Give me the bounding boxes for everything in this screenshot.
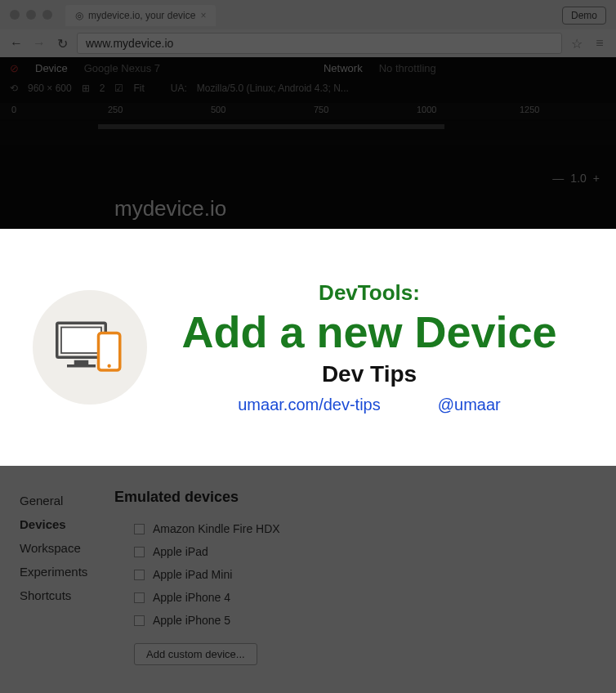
reload-button[interactable]: ↻: [54, 35, 70, 51]
svg-rect-2: [74, 360, 89, 364]
network-label: Network: [324, 62, 363, 74]
ua-input[interactable]: Mozilla/5.0 (Linux; Android 4.3; N...: [197, 83, 349, 94]
dimensions-input[interactable]: 960 × 600: [28, 83, 72, 94]
forward-button[interactable]: →: [31, 35, 47, 51]
devtools-settings-panel: General Devices Workspace Experiments Sh…: [0, 466, 616, 693]
device-name: Apple iPhone 5: [153, 614, 230, 627]
ruler-tick: 1000: [417, 105, 436, 114]
network-select[interactable]: No throttling: [379, 62, 436, 74]
tab-title: mydevice.io, your device: [88, 10, 195, 21]
sidebar-item-general[interactable]: General: [20, 489, 114, 512]
ruler-tick: 1250: [520, 105, 539, 114]
device-list: Amazon Kindle Fire HDX Apple iPad Apple …: [114, 517, 616, 665]
rotate-icon[interactable]: ⟲: [10, 83, 18, 94]
tab-favicon: ◎: [75, 10, 83, 21]
banner-subtitle: Dev Tips: [322, 361, 417, 387]
fit-checkbox[interactable]: ☑: [114, 83, 123, 94]
settings-sidebar: General Devices Workspace Experiments Sh…: [0, 489, 114, 693]
ruler-tick: 750: [314, 105, 328, 114]
devtools-device-toolbar: ⊘ Device Google Nexus 7 Network No throt…: [0, 57, 616, 147]
settings-heading: Emulated devices: [114, 489, 616, 506]
menu-icon[interactable]: ≡: [591, 36, 608, 51]
fit-label: Fit: [133, 83, 144, 94]
device-item[interactable]: Apple iPhone 5: [134, 609, 616, 632]
zoom-value: 1.0: [570, 172, 586, 185]
window-controls: [10, 10, 52, 20]
device-item[interactable]: Apple iPad Mini: [134, 563, 616, 586]
sidebar-item-workspace[interactable]: Workspace: [20, 536, 114, 560]
svg-point-5: [107, 364, 110, 368]
bookmark-icon[interactable]: ☆: [569, 36, 585, 51]
device-checkbox[interactable]: [134, 615, 145, 626]
dpr-input[interactable]: 2: [100, 83, 105, 94]
device-name: Apple iPad: [153, 545, 208, 558]
banner-supertitle: DevTools:: [319, 280, 420, 306]
stop-icon[interactable]: ⊘: [10, 62, 19, 74]
demo-badge[interactable]: Demo: [562, 7, 606, 25]
back-button[interactable]: ←: [8, 35, 25, 51]
device-checkbox[interactable]: [134, 547, 145, 557]
ruler: 0 250 500 750 1000 1250: [0, 103, 616, 119]
device-item[interactable]: Amazon Kindle Fire HDX: [134, 517, 616, 540]
device-item[interactable]: Apple iPhone 4: [134, 586, 616, 609]
svg-rect-1: [61, 328, 101, 354]
ruler-handle-track[interactable]: [0, 121, 616, 145]
sidebar-item-experiments[interactable]: Experiments: [20, 560, 114, 583]
browser-chrome: ◎ mydevice.io, your device × Demo ← → ↻ …: [0, 0, 616, 57]
ruler-tick: 0: [11, 105, 16, 114]
tab-close-icon[interactable]: ×: [200, 10, 206, 21]
svg-rect-3: [67, 364, 96, 368]
devices-icon: [33, 290, 147, 405]
sidebar-item-shortcuts[interactable]: Shortcuts: [20, 583, 114, 607]
device-checkbox[interactable]: [134, 524, 145, 534]
device-name: Amazon Kindle Fire HDX: [153, 522, 280, 535]
banner-link-site[interactable]: umaar.com/dev-tips: [238, 396, 381, 414]
device-checkbox[interactable]: [134, 570, 145, 580]
zoom-out-icon[interactable]: —: [552, 172, 564, 185]
close-window[interactable]: [10, 10, 20, 20]
device-checkbox[interactable]: [134, 592, 145, 603]
sidebar-item-devices[interactable]: Devices: [20, 512, 114, 536]
dpr-icon: ⊞: [82, 83, 90, 94]
zoom-in-icon[interactable]: +: [593, 172, 600, 185]
title-banner: DevTools: Add a new Device Dev Tips umaa…: [0, 229, 616, 466]
ua-label: UA:: [171, 83, 187, 94]
url-input[interactable]: www.mydevice.io: [77, 33, 562, 54]
device-name: Apple iPad Mini: [153, 568, 232, 581]
add-custom-device-button[interactable]: Add custom device...: [134, 643, 257, 665]
maximize-window[interactable]: [42, 10, 52, 20]
device-name: Apple iPhone 4: [153, 591, 230, 604]
ruler-tick: 250: [108, 105, 123, 114]
url-text: www.mydevice.io: [86, 37, 173, 50]
device-label: Device: [35, 62, 68, 74]
browser-tab[interactable]: ◎ mydevice.io, your device ×: [65, 5, 216, 26]
site-logo: mydevice.io: [114, 196, 226, 221]
device-select[interactable]: Google Nexus 7: [84, 62, 160, 74]
banner-title: Add a new Device: [181, 309, 556, 355]
device-item[interactable]: Apple iPad: [134, 540, 616, 563]
banner-link-handle[interactable]: @umaar: [438, 396, 501, 414]
ruler-tick: 500: [211, 105, 225, 114]
minimize-window[interactable]: [26, 10, 36, 20]
